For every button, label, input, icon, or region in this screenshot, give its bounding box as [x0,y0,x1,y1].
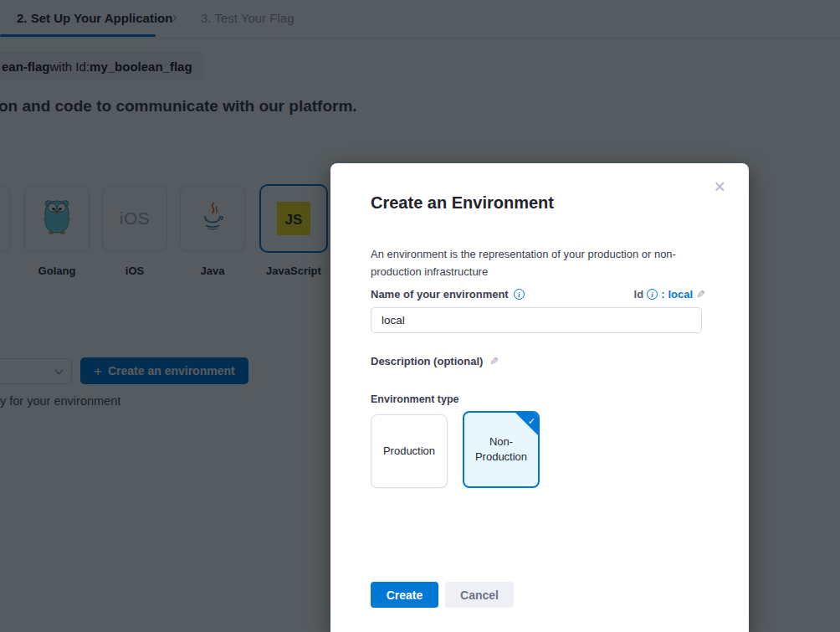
name-field-header: Name of your environment i Id i : local … [371,288,705,301]
edit-id-icon[interactable]: ✎ [696,288,705,301]
edit-description-icon[interactable]: ✎ [489,355,499,367]
info-icon[interactable]: i [647,289,658,300]
environment-type-production-card[interactable]: Production [371,414,448,488]
close-icon[interactable]: × [711,174,729,200]
info-icon[interactable]: i [514,289,525,300]
description-field-label: Description (optional) [371,355,483,367]
create-button[interactable]: Create [371,582,438,608]
id-separator: : [661,288,664,301]
environment-id-row: Id i : local ✎ [634,288,705,301]
environment-type-label: Environment type [371,393,459,405]
create-environment-modal: × Create an Environment An environment i… [330,163,749,632]
modal-description: An environment is the representation of … [371,245,699,280]
description-field-header: Description (optional) ✎ [371,355,499,367]
modal-title: Create an Environment [371,193,554,213]
environment-id-value: local [668,288,693,301]
id-label: Id [634,288,644,301]
name-field-label-wrap: Name of your environment i [371,288,525,301]
modal-actions: Create Cancel [371,582,514,608]
non-production-card-label: Non-Production [464,434,538,465]
name-field-label: Name of your environment [371,288,509,301]
environment-type-options: Production Non-Production ✓ [371,411,540,488]
production-card-label: Production [383,444,435,459]
cancel-button[interactable]: Cancel [445,582,514,608]
check-icon: ✓ [528,414,535,429]
environment-type-non-production-card[interactable]: Non-Production ✓ [463,411,540,488]
environment-name-input[interactable] [371,307,702,333]
